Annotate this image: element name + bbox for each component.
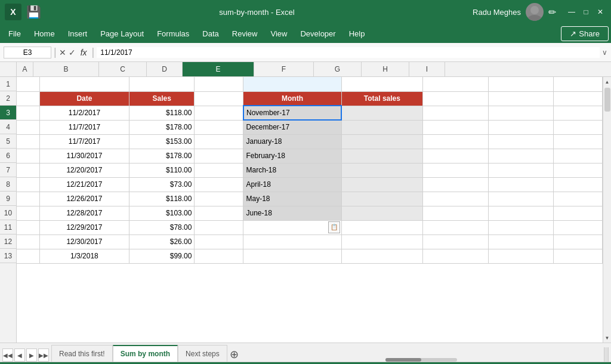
- cell-a12[interactable]: [17, 235, 39, 249]
- menu-file[interactable]: File: [2, 27, 27, 41]
- row-header-11[interactable]: 11: [0, 220, 16, 235]
- menu-home[interactable]: Home: [28, 27, 61, 41]
- cell-i4[interactable]: [553, 120, 602, 134]
- cell-i7[interactable]: [553, 163, 602, 177]
- cell-f13[interactable]: [341, 249, 423, 263]
- row-header-1[interactable]: 1: [0, 77, 16, 91]
- col-header-h[interactable]: H: [362, 62, 409, 76]
- cell-f5[interactable]: [341, 134, 423, 149]
- data-grid[interactable]: Date Sales Month Total sales 11/2/2017 $…: [17, 77, 603, 343]
- expand-formula-icon[interactable]: ∨: [602, 48, 607, 57]
- horizontal-scroll-track[interactable]: [385, 358, 457, 362]
- cell-a3[interactable]: [17, 106, 39, 120]
- cell-a11[interactable]: [17, 220, 39, 235]
- function-button[interactable]: fx: [78, 48, 90, 57]
- menu-help[interactable]: Help: [343, 27, 371, 41]
- cell-i5[interactable]: [553, 134, 602, 149]
- col-header-f[interactable]: F: [254, 62, 314, 76]
- scroll-up-arrow[interactable]: ▲: [604, 78, 611, 85]
- cell-a5[interactable]: [17, 134, 39, 149]
- pen-icon[interactable]: ✏: [548, 7, 556, 18]
- sheet-nav-prev[interactable]: ◀: [14, 348, 25, 362]
- cell-g6[interactable]: [423, 149, 488, 163]
- cell-e4[interactable]: December-17: [243, 120, 341, 134]
- row-header-2[interactable]: 2: [0, 91, 16, 106]
- cell-b5[interactable]: 11/7/2017: [39, 134, 129, 149]
- cell-f4[interactable]: [341, 120, 423, 134]
- cell-e13[interactable]: [243, 249, 341, 263]
- cell-h3[interactable]: [488, 106, 553, 120]
- col-header-b[interactable]: B: [33, 62, 99, 76]
- cell-f7[interactable]: [341, 163, 423, 177]
- cell-c9[interactable]: $118.00: [129, 192, 195, 206]
- cell-f2-header[interactable]: Total sales: [341, 91, 423, 106]
- cell-d3[interactable]: [195, 106, 243, 120]
- cell-d5[interactable]: [195, 134, 243, 149]
- cell-c11[interactable]: $78.00: [129, 220, 195, 235]
- cell-e2-header[interactable]: Month: [243, 91, 341, 106]
- cell-b2-header[interactable]: Date: [39, 91, 129, 106]
- paste-options-icon[interactable]: 📋: [328, 221, 340, 233]
- cell-a13[interactable]: [17, 249, 39, 263]
- resize-handle[interactable]: [604, 347, 609, 362]
- cell-a2[interactable]: [17, 91, 39, 106]
- cell-c2-header[interactable]: Sales: [129, 91, 195, 106]
- cell-g2[interactable]: [423, 91, 488, 106]
- cell-e8[interactable]: April-18: [243, 177, 341, 192]
- cell-f12[interactable]: [341, 235, 423, 249]
- cell-h5[interactable]: [488, 134, 553, 149]
- cell-c7[interactable]: $110.00: [129, 163, 195, 177]
- cell-h6[interactable]: [488, 149, 553, 163]
- cell-c5[interactable]: $153.00: [129, 134, 195, 149]
- cell-g1[interactable]: [423, 77, 488, 91]
- cell-h7[interactable]: [488, 163, 553, 177]
- row-header-6[interactable]: 6: [0, 149, 16, 163]
- cell-a7[interactable]: [17, 163, 39, 177]
- cell-f1[interactable]: [341, 77, 423, 91]
- cell-d2[interactable]: [195, 91, 243, 106]
- cell-e1[interactable]: [243, 77, 341, 91]
- cell-d4[interactable]: [195, 120, 243, 134]
- cell-g13[interactable]: [423, 249, 488, 263]
- cell-i10[interactable]: [553, 206, 602, 220]
- cell-h11[interactable]: [488, 220, 553, 235]
- cell-g7[interactable]: [423, 163, 488, 177]
- cell-a10[interactable]: [17, 206, 39, 220]
- col-header-c[interactable]: C: [99, 62, 147, 76]
- share-button[interactable]: ↗ Share: [561, 26, 609, 41]
- cell-a8[interactable]: [17, 177, 39, 192]
- cell-f8[interactable]: [341, 177, 423, 192]
- cell-b13[interactable]: 1/3/2018: [39, 249, 129, 263]
- cell-d6[interactable]: [195, 149, 243, 163]
- cell-c12[interactable]: $26.00: [129, 235, 195, 249]
- cell-f10[interactable]: [341, 206, 423, 220]
- cell-e5[interactable]: January-18: [243, 134, 341, 149]
- cell-d12[interactable]: [195, 235, 243, 249]
- menu-formulas[interactable]: Formulas: [151, 27, 195, 41]
- cell-h12[interactable]: [488, 235, 553, 249]
- cell-c6[interactable]: $178.00: [129, 149, 195, 163]
- cell-b9[interactable]: 12/26/2017: [39, 192, 129, 206]
- cell-b6[interactable]: 11/30/2017: [39, 149, 129, 163]
- cell-c10[interactable]: $103.00: [129, 206, 195, 220]
- cell-i13[interactable]: [553, 249, 602, 263]
- confirm-icon[interactable]: ✓: [69, 48, 76, 57]
- scroll-down-arrow[interactable]: ▼: [604, 334, 611, 341]
- vertical-scrollbar[interactable]: ▲ ▼: [603, 77, 611, 343]
- cell-i1[interactable]: [553, 77, 602, 91]
- cell-d1[interactable]: [195, 77, 243, 91]
- cell-d9[interactable]: [195, 192, 243, 206]
- cell-a6[interactable]: [17, 149, 39, 163]
- cell-h9[interactable]: [488, 192, 553, 206]
- cell-e9[interactable]: May-18: [243, 192, 341, 206]
- row-header-13[interactable]: 13: [0, 249, 16, 263]
- cell-f3[interactable]: [341, 106, 423, 120]
- cell-d11[interactable]: [195, 220, 243, 235]
- menu-developer[interactable]: Developer: [294, 27, 341, 41]
- row-header-3[interactable]: 3: [0, 106, 16, 120]
- cell-g8[interactable]: [423, 177, 488, 192]
- cell-b12[interactable]: 12/30/2017: [39, 235, 129, 249]
- col-header-d[interactable]: D: [147, 62, 183, 76]
- cell-i11[interactable]: [553, 220, 602, 235]
- sheet-tab-sum-by-month[interactable]: Sum by month: [113, 345, 178, 362]
